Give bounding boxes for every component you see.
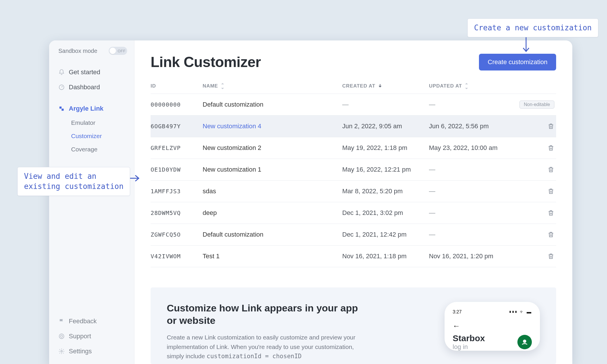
promo-panel: Customize how Link appears in your app o…: [151, 287, 556, 364]
sidebar-item-customizer[interactable]: Customizer: [62, 129, 134, 143]
col-name[interactable]: NAME: [203, 83, 342, 90]
annotation-edit: View and edit an existing customization: [17, 167, 130, 196]
sidebar-item-label: Argyle Link: [69, 105, 103, 112]
sidebar-item-label: Dashboard: [69, 83, 100, 91]
cell-created: Jun 2, 2022, 9:05 am: [342, 122, 429, 130]
sandbox-toggle[interactable]: OFF: [109, 47, 127, 55]
col-created-label: CREATED AT: [342, 83, 375, 89]
cell-name[interactable]: New customization 4: [203, 122, 342, 130]
promo-code: customizationId = chosenID: [207, 353, 302, 360]
cell-name: sdas: [203, 187, 342, 195]
col-created[interactable]: CREATED AT: [342, 83, 429, 90]
cell-created: Nov 16, 2021, 1:18 pm: [342, 252, 429, 260]
col-updated[interactable]: UPDATED AT: [429, 83, 516, 90]
sidebar-item-label: Customizer: [71, 133, 102, 140]
sidebar-item-argyle-link[interactable]: Argyle Link: [49, 101, 134, 116]
starbox-logo-icon: [517, 335, 532, 349]
cell-updated: —: [429, 209, 516, 217]
svg-marker-12: [465, 88, 468, 89]
cell-id: OE1D0YDW: [151, 166, 203, 173]
main-content: Link Customizer Create customization ID …: [134, 40, 572, 364]
table-row[interactable]: V42IVWOMTest 1Nov 16, 2021, 1:18 pmNov 1…: [151, 246, 556, 267]
cell-created: —: [342, 101, 429, 108]
gear-icon: [58, 348, 65, 354]
phone-time: 3:27: [453, 309, 462, 315]
svg-point-14: [523, 340, 526, 343]
trash-icon[interactable]: [547, 144, 554, 151]
svg-point-7: [61, 350, 62, 352]
sidebar-item-label: Coverage: [71, 146, 97, 153]
sidebar-item-get-started[interactable]: Get started: [49, 65, 134, 80]
create-customization-button[interactable]: Create customization: [479, 54, 556, 70]
phone-back-icon: ←: [453, 322, 532, 330]
row-actions: [516, 253, 556, 260]
sidebar-item-settings[interactable]: Settings: [49, 344, 134, 359]
sidebar-item-label: Support: [69, 333, 91, 340]
sidebar-item-label: Feedback: [69, 317, 97, 325]
col-updated-label: UPDATED AT: [429, 83, 462, 89]
link-icon: [58, 105, 65, 112]
table-row[interactable]: GRFELZVPNew customization 2May 19, 2022,…: [151, 137, 556, 159]
trash-icon[interactable]: [547, 188, 554, 195]
non-editable-badge: Non-editable: [519, 101, 554, 109]
cell-updated: —: [429, 231, 516, 238]
svg-marker-11: [465, 83, 468, 84]
cell-updated: —: [429, 166, 516, 173]
cell-name: Test 1: [203, 252, 342, 260]
sidebar-item-label: Get started: [69, 68, 100, 76]
sort-down-icon: [378, 83, 382, 89]
phone-status-icons: ▮▮▮ ᯤ ▬: [509, 309, 532, 315]
trash-icon[interactable]: [547, 231, 554, 238]
flag-icon: [58, 318, 65, 324]
row-actions: [516, 188, 556, 195]
svg-rect-3: [60, 107, 62, 109]
sidebar-item-emulator[interactable]: Emulator: [62, 116, 134, 129]
sandbox-label: Sandbox mode: [58, 48, 97, 54]
cell-name: New customization 2: [203, 144, 342, 152]
cell-created: May 16, 2022, 12:21 pm: [342, 166, 429, 173]
table-row[interactable]: OE1D0YDWNew customization 1May 16, 2022,…: [151, 159, 556, 181]
cell-name: Default customization: [203, 231, 342, 238]
phone-app-title: Starbox: [453, 333, 485, 343]
svg-point-5: [59, 334, 64, 339]
app-window: Sandbox mode OFF Get started: [49, 40, 572, 364]
sidebar-item-dashboard[interactable]: Dashboard: [49, 80, 134, 95]
row-actions: [516, 231, 556, 238]
cell-created: May 19, 2022, 1:18 pm: [342, 144, 429, 152]
trash-icon[interactable]: [547, 253, 554, 260]
col-id-label: ID: [151, 83, 156, 89]
svg-marker-9: [221, 88, 224, 89]
cell-id: 6OGB497Y: [151, 123, 203, 130]
trash-icon[interactable]: [547, 209, 554, 216]
trash-icon[interactable]: [547, 123, 554, 130]
phone-mockup: 3:27 ▮▮▮ ᯤ ▬ ← Starbox log in: [445, 302, 540, 351]
sidebar-item-label: Emulator: [71, 119, 95, 126]
customizations-table: ID NAME CREATED AT: [134, 77, 572, 267]
promo-body: Create a new Link customization to easil…: [167, 333, 363, 361]
cell-id: V42IVWOM: [151, 253, 203, 260]
table-row[interactable]: 1AMFFJS3sdasMar 8, 2022, 5:20 pm—: [151, 181, 556, 202]
row-actions: [516, 166, 556, 173]
table-row[interactable]: 6OGB497YNew customization 4Jun 2, 2022, …: [151, 116, 556, 137]
sidebar-item-coverage[interactable]: Coverage: [62, 143, 134, 156]
svg-point-6: [60, 335, 62, 337]
gauge-icon: [58, 84, 65, 90]
table-row[interactable]: ZGWFCQ5ODefault customizationDec 1, 2021…: [151, 224, 556, 246]
cell-id: GRFELZVP: [151, 144, 203, 151]
table-row[interactable]: 00000000Default customization——Non-edita…: [151, 94, 556, 116]
row-actions: [516, 209, 556, 216]
cell-created: Dec 1, 2021, 12:42 pm: [342, 231, 429, 238]
cell-created: Mar 8, 2022, 5:20 pm: [342, 187, 429, 195]
cell-updated: May 23, 2022, 10:00 am: [429, 144, 516, 152]
row-actions: Non-editable: [516, 101, 556, 109]
table-row[interactable]: 28DWM5VQdeepDec 1, 2021, 3:02 pm—: [151, 202, 556, 224]
sidebar-item-feedback[interactable]: Feedback: [49, 314, 134, 329]
cell-created: Dec 1, 2021, 3:02 pm: [342, 209, 429, 217]
cell-updated: Jun 6, 2022, 5:56 pm: [429, 122, 516, 130]
table-header: ID NAME CREATED AT: [151, 77, 556, 94]
sidebar: Sandbox mode OFF Get started: [49, 40, 134, 364]
trash-icon[interactable]: [547, 166, 554, 173]
sidebar-item-support[interactable]: Support: [49, 329, 134, 344]
col-name-label: NAME: [203, 83, 218, 89]
col-id[interactable]: ID: [151, 83, 203, 90]
